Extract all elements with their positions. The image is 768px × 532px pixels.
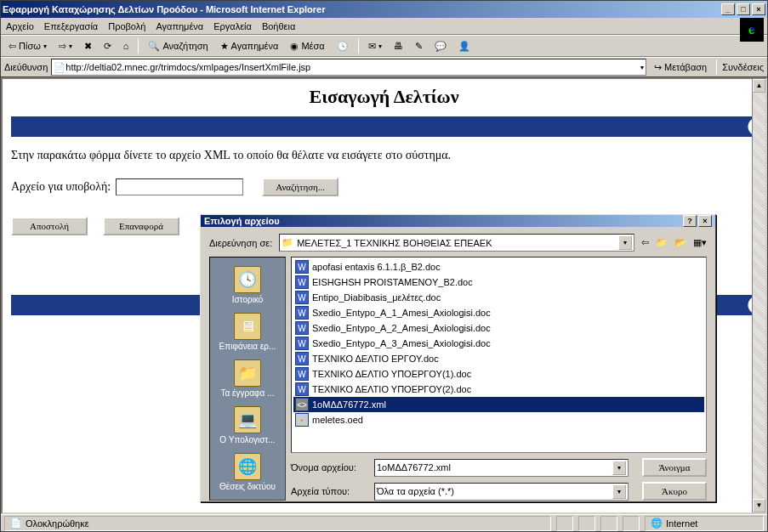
place-computer-label: Ο Υπολογιστ...: [219, 435, 275, 444]
home-button[interactable]: ⌂: [119, 38, 134, 54]
messenger-icon: 👤: [458, 41, 470, 52]
mail-button[interactable]: ✉▾: [364, 38, 386, 54]
done-icon: 📄: [10, 518, 22, 529]
address-label: Διεύθυνση: [4, 62, 48, 72]
edit-button[interactable]: ✎: [411, 38, 427, 54]
file-label: Αρχείο για υποβολή:: [11, 180, 111, 194]
scroll-track[interactable]: [753, 93, 765, 499]
views-icon[interactable]: ▦▾: [693, 237, 707, 248]
file-open-dialog: Επιλογή αρχείου ? × Διερεύνηση σε: 📁 ΜΕΛ…: [200, 214, 716, 502]
menu-help[interactable]: Βοήθεια: [262, 21, 295, 31]
go-icon: ↪: [654, 62, 662, 73]
submit-button[interactable]: Αποστολή: [11, 217, 88, 235]
history-button[interactable]: 🕓: [333, 38, 353, 54]
address-dropdown-icon[interactable]: ▾: [640, 64, 644, 71]
print-button[interactable]: 🖶: [390, 38, 407, 54]
close-button[interactable]: ×: [752, 3, 765, 15]
menu-file[interactable]: Αρχείο: [6, 21, 34, 31]
up-folder-icon[interactable]: 📁: [656, 237, 668, 248]
file-item[interactable]: <>1οΜΔΔ76772.xml: [293, 397, 704, 412]
file-item[interactable]: WΤΕΧΝΙΚΟ ΔΕΛΤΙΟ ΕΡΓΟΥ.doc: [293, 351, 704, 366]
file-name: Entipo_Diabibasis_μελέτες.doc: [312, 292, 441, 303]
place-documents[interactable]: 📁Τα έγγραφα ...: [221, 356, 275, 401]
vertical-scrollbar[interactable]: ▲ ▼: [752, 79, 765, 512]
look-in-combo[interactable]: 📁 ΜΕΛΕΤΕΣ_1 ΤΕΧΝΙΚΗΣ ΒΟΗΘΕΙΑΣ ΕΠΕΑΕΚ ▾: [279, 234, 634, 252]
file-item[interactable]: WSxedio_Entypo_A_3_Amesi_Axiologisi.doc: [293, 336, 704, 351]
search-button[interactable]: 🔍Αναζήτηση: [144, 38, 212, 54]
file-name: ΤΕΧΝΙΚΟ ΔΕΛΤΙΟ ΕΡΓΟΥ.doc: [312, 354, 439, 364]
address-input[interactable]: 📄 http://deltia02.mnec.gr/trimdocs/xmlpa…: [51, 59, 646, 76]
zone-text: Internet: [666, 518, 697, 529]
back-button[interactable]: ⇦Πίσω▾: [4, 38, 51, 54]
filename-dropdown-icon[interactable]: ▾: [612, 461, 626, 475]
filetype-dropdown-icon[interactable]: ▾: [612, 484, 626, 499]
menu-tools[interactable]: Εργαλεία: [213, 21, 252, 31]
browse-button[interactable]: Αναζήτηση...: [262, 178, 338, 196]
new-folder-icon[interactable]: 📂: [674, 237, 686, 248]
dialog-title: Επιλογή αρχείου: [204, 216, 280, 226]
discuss-icon: 💬: [435, 41, 447, 52]
messenger-button[interactable]: 👤: [454, 38, 475, 54]
menu-edit[interactable]: Επεξεργασία: [44, 21, 98, 31]
history-place-icon: 🕓: [234, 266, 261, 293]
status-zone: 🌐 Internet: [645, 516, 764, 531]
open-button[interactable]: Άνοιγμα: [642, 458, 707, 477]
doc-file-icon: W: [295, 367, 309, 381]
scroll-down-button[interactable]: ▼: [753, 499, 765, 512]
file-item[interactable]: Wapofasi entaxis 6.1.1.β_B2.doc: [293, 259, 704, 274]
doc-file-icon: W: [295, 337, 309, 350]
scroll-up-button[interactable]: ▲: [753, 79, 765, 93]
print-icon: 🖶: [394, 41, 403, 51]
place-desktop[interactable]: 🖥Επιφάνεια ερ...: [219, 309, 276, 354]
file-item[interactable]: WΤΕΧΝΙΚΟ ΔΕΛΤΙΟ ΥΠΟΕΡΓΟΥ(1).doc: [293, 366, 704, 382]
toolbar: ⇦Πίσω▾ ⇨▾ ✖ ⟳ ⌂ 🔍Αναζήτηση ★Αγαπημένα ◉Μ…: [1, 35, 767, 57]
filename-combo[interactable]: 1οΜΔΔ76772.xml ▾: [374, 459, 629, 477]
file-name: Sxedio_Entypo_A_3_Amesi_Axiologisi.doc: [312, 338, 491, 348]
file-item[interactable]: WEISHGHSH PROISTAMENOY_B2.doc: [293, 274, 704, 290]
status-pane-4: [623, 516, 640, 531]
place-history[interactable]: 🕓Ιστορικό: [232, 263, 264, 308]
file-item[interactable]: WEntipo_Diabibasis_μελέτες.doc: [293, 290, 704, 305]
maximize-button[interactable]: □: [737, 3, 750, 15]
history-icon: 🕓: [337, 41, 349, 52]
statusbar: 📄 Ολοκληρώθηκε 🌐 Internet: [1, 514, 767, 531]
status-pane-main: 📄 Ολοκληρώθηκε: [4, 516, 551, 531]
file-item[interactable]: ·meletes.oed: [293, 412, 704, 427]
look-in-dropdown-icon[interactable]: ▾: [618, 235, 632, 250]
file-name: apofasi entaxis 6.1.1.β_B2.doc: [312, 262, 441, 272]
file-item[interactable]: WΤΕΧΝΙΚΟ ΔΕΛΤΙΟ ΥΠΟΕΡΓΟΥ(2).doc: [293, 382, 704, 397]
computer-place-icon: 💻: [234, 406, 261, 433]
file-input[interactable]: [116, 178, 243, 195]
dialog-help-button[interactable]: ?: [683, 215, 697, 227]
favorites-label: Αγαπημένα: [231, 41, 279, 51]
place-desktop-label: Επιφάνεια ερ...: [219, 342, 276, 351]
refresh-icon: ⟳: [104, 41, 111, 52]
favorites-button[interactable]: ★Αγαπημένα: [216, 38, 283, 54]
titlebar: Εφαρμογή Καταχώρησης Δελτίων Προόδου - M…: [1, 1, 767, 18]
cancel-button[interactable]: Άκυρο: [642, 482, 707, 501]
discuss-button[interactable]: 💬: [430, 38, 451, 54]
place-network[interactable]: 🌐Θέσεις δικτύου: [219, 450, 276, 495]
dialog-close-button[interactable]: ×: [698, 215, 712, 227]
file-item[interactable]: WSxedio_Entypo_A_1_Amesi_Axiologisi.doc: [293, 305, 704, 320]
go-button[interactable]: ↪Μετάβαση: [650, 59, 711, 76]
back-folder-icon[interactable]: ⇦: [641, 237, 649, 248]
media-button[interactable]: ◉Μέσα: [286, 38, 328, 54]
minimize-button[interactable]: _: [721, 3, 735, 15]
page-title: Εισαγωγή Δελτίων: [4, 81, 764, 113]
media-label: Μέσα: [301, 41, 324, 51]
filetype-combo[interactable]: Όλα τα αρχεία (*.*) ▾: [374, 483, 629, 501]
reset-button[interactable]: Επαναφορά: [103, 217, 179, 235]
menu-view[interactable]: Προβολή: [108, 21, 145, 31]
refresh-button[interactable]: ⟳: [100, 38, 116, 54]
file-list[interactable]: Wapofasi entaxis 6.1.1.β_B2.docWEISHGHSH…: [291, 257, 707, 453]
stop-button[interactable]: ✖: [80, 38, 96, 54]
links-label[interactable]: Συνδέσεις: [722, 62, 764, 72]
back-label: Πίσω: [19, 41, 41, 51]
menu-favorites[interactable]: Αγαπημένα: [156, 21, 203, 31]
place-computer[interactable]: 💻Ο Υπολογιστ...: [219, 403, 275, 448]
forward-button[interactable]: ⇨▾: [54, 38, 77, 54]
file-item[interactable]: WSxedio_Entypo_A_2_Amesi_Axiologisi.doc: [293, 320, 704, 336]
filename-value: 1οΜΔΔ76772.xml: [377, 462, 609, 473]
desktop-place-icon: 🖥: [234, 313, 261, 340]
